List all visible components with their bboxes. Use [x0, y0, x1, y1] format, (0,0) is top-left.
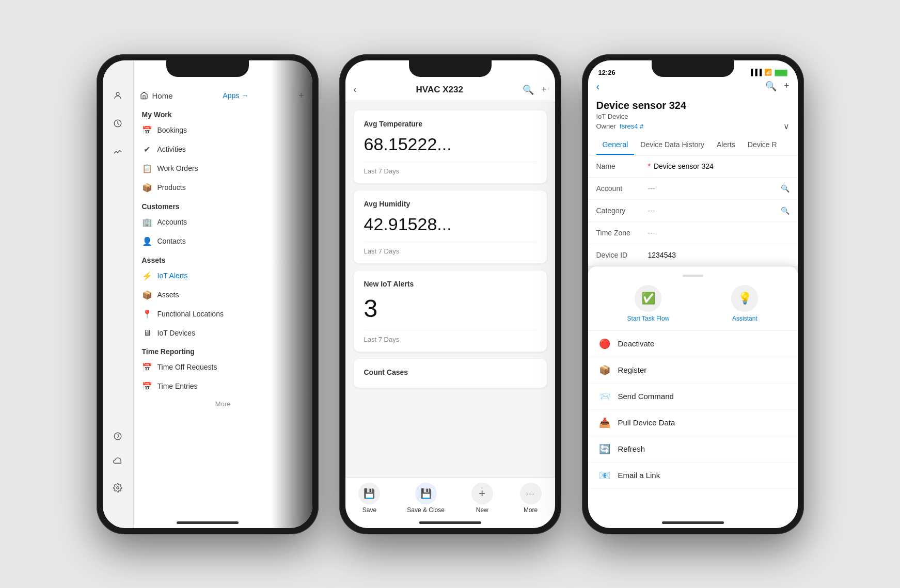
field-label-account: Account: [596, 184, 648, 193]
deactivate-icon: 🔴: [598, 338, 611, 349]
nav-item-timeentries[interactable]: 📅 Time Entries: [134, 377, 312, 396]
nav-item-iotalerts[interactable]: ⚡ IoT Alerts: [134, 266, 312, 285]
field-value-deviceid: 1234543: [648, 251, 790, 259]
settings-icon[interactable]: [108, 479, 127, 497]
nav-item-bookings[interactable]: 📅 Bookings: [134, 121, 312, 140]
tab-device-data-history[interactable]: Device Data History: [634, 135, 710, 155]
action-send-command[interactable]: 📨 Send Command: [588, 384, 798, 410]
assistant-label: Assistant: [732, 315, 757, 322]
owner-label: Owner: [596, 122, 620, 130]
chevron-down-icon[interactable]: ∨: [783, 121, 790, 131]
action-pull-device-data[interactable]: 📥 Pull Device Data: [588, 410, 798, 436]
assistant-button[interactable]: 💡 Assistant: [731, 285, 758, 322]
home-item[interactable]: Home: [140, 91, 173, 100]
new-button-p2[interactable]: + New: [471, 483, 493, 514]
search-icon-account[interactable]: 🔍: [781, 184, 790, 193]
tab-alerts[interactable]: Alerts: [710, 135, 741, 155]
nav-item-timeoff[interactable]: 📅 Time Off Requests: [134, 358, 312, 377]
phone2-title: HVAC X232: [416, 85, 463, 95]
field-label-name: Name: [596, 162, 648, 170]
action-register[interactable]: 📦 Register: [588, 357, 798, 384]
apps-button[interactable]: Apps →: [223, 91, 248, 100]
deactivate-label: Deactivate: [618, 339, 655, 348]
section-title-timereporting: Time Reporting: [134, 342, 312, 358]
add-button[interactable]: +: [298, 90, 304, 101]
svg-point-0: [116, 92, 119, 96]
temp-sub: Last 7 Days: [364, 162, 536, 175]
sidebar-left: [103, 60, 134, 528]
back-button-p2[interactable]: ‹: [354, 84, 357, 95]
back-button-p3[interactable]: ‹: [596, 81, 600, 92]
home-bar-1: [177, 521, 239, 524]
nav-item-workorders[interactable]: 📋 Work Orders: [134, 159, 312, 178]
phone-2: ‹ HVAC X232 🔍 + Avg Temperature 68.15222…: [339, 54, 561, 534]
home-label: Home: [152, 91, 173, 100]
nav-item-assets[interactable]: 📦 Assets: [134, 285, 312, 305]
add-icon-p3[interactable]: +: [784, 81, 790, 92]
cloud-icon[interactable]: [108, 453, 127, 471]
action-email-link[interactable]: 📧 Email a Link: [588, 463, 798, 489]
save-label: Save: [362, 506, 376, 514]
save-button-p2[interactable]: 💾 Save: [358, 483, 380, 514]
nav-item-products[interactable]: 📦 Products: [134, 178, 312, 197]
more-button-p2[interactable]: ··· More: [520, 483, 542, 514]
status-icons: ▐▐▐ 📶 ▓▓▓: [749, 69, 787, 76]
owner-value[interactable]: fsres4 #: [620, 122, 643, 130]
alerts-value: 3: [364, 294, 536, 323]
fields-section: Name * Device sensor 324 Account --- 🔍 C…: [588, 155, 798, 266]
field-value-category: ---: [648, 206, 781, 215]
email-link-label: Email a Link: [618, 471, 660, 480]
chart-icon[interactable]: [108, 142, 127, 161]
timeoff-icon: 📅: [142, 362, 152, 372]
register-icon: 📦: [598, 364, 611, 376]
more-label[interactable]: More: [134, 396, 312, 412]
clock-icon[interactable]: [108, 114, 127, 133]
bookings-icon: 📅: [142, 125, 152, 135]
nav-item-activities[interactable]: ✔ Activities: [134, 140, 312, 159]
assistant-icon: 💡: [731, 285, 758, 312]
svg-point-2: [114, 433, 121, 440]
field-label-category: Category: [596, 206, 648, 215]
phone2-screen: ‹ HVAC X232 🔍 + Avg Temperature 68.15222…: [345, 60, 555, 528]
help-icon[interactable]: [108, 427, 127, 446]
device-info: Device sensor 324 IoT Device Owner fsres…: [588, 94, 798, 135]
bookings-label: Bookings: [157, 126, 187, 134]
nav-item-iotdevices[interactable]: 🖥 IoT Devices: [134, 324, 312, 342]
phone3-header: ‹ 🔍 +: [588, 76, 798, 94]
save-close-button[interactable]: 💾 Save & Close: [407, 483, 445, 514]
field-name: Name * Device sensor 324: [588, 155, 798, 178]
tab-general[interactable]: General: [596, 135, 635, 155]
tab-device-r[interactable]: Device R: [741, 135, 783, 155]
assets-icon: 📦: [142, 290, 152, 300]
sheet-handle: [683, 275, 703, 277]
nav-item-funclocations[interactable]: 📍 Functional Locations: [134, 305, 312, 324]
accounts-icon: 🏢: [142, 217, 152, 227]
products-icon: 📦: [142, 183, 152, 193]
search-button-p2[interactable]: 🔍: [523, 84, 534, 96]
phone3-screen: 12:26 ▐▐▐ 📶 ▓▓▓ ‹ 🔍 + Device sensor 324 …: [588, 60, 798, 528]
nav-item-contacts[interactable]: 👤 Contacts: [134, 232, 312, 251]
pull-data-label: Pull Device Data: [618, 418, 675, 427]
metric-card-cases: Count Cases: [354, 359, 547, 388]
new-label: New: [476, 506, 488, 514]
field-category: Category --- 🔍: [588, 200, 798, 222]
notch-2: [409, 60, 492, 77]
section-title-mywork: My Work: [134, 105, 312, 121]
bottom-sheet: ✅ Start Task Flow 💡 Assistant 🔴 Deactiva…: [588, 266, 798, 528]
required-asterisk: *: [648, 162, 651, 170]
section-title-customers: Customers: [134, 197, 312, 213]
action-refresh[interactable]: 🔄 Refresh: [588, 436, 798, 463]
nav-item-accounts[interactable]: 🏢 Accounts: [134, 213, 312, 232]
search-icon-p3[interactable]: 🔍: [765, 81, 777, 92]
action-deactivate[interactable]: 🔴 Deactivate: [588, 331, 798, 357]
user-avatar-icon[interactable]: [108, 86, 127, 105]
home-bar-3: [662, 521, 724, 524]
phone2-footer: 💾 Save 💾 Save & Close + New ··· More: [345, 477, 555, 528]
workorders-icon: 📋: [142, 164, 152, 173]
field-label-timezone: Time Zone: [596, 229, 648, 237]
search-icon-category[interactable]: 🔍: [781, 206, 790, 215]
add-button-p2[interactable]: +: [541, 84, 547, 96]
notch-1: [166, 60, 249, 77]
field-account: Account --- 🔍: [588, 178, 798, 200]
start-task-flow-button[interactable]: ✅ Start Task Flow: [627, 285, 670, 322]
